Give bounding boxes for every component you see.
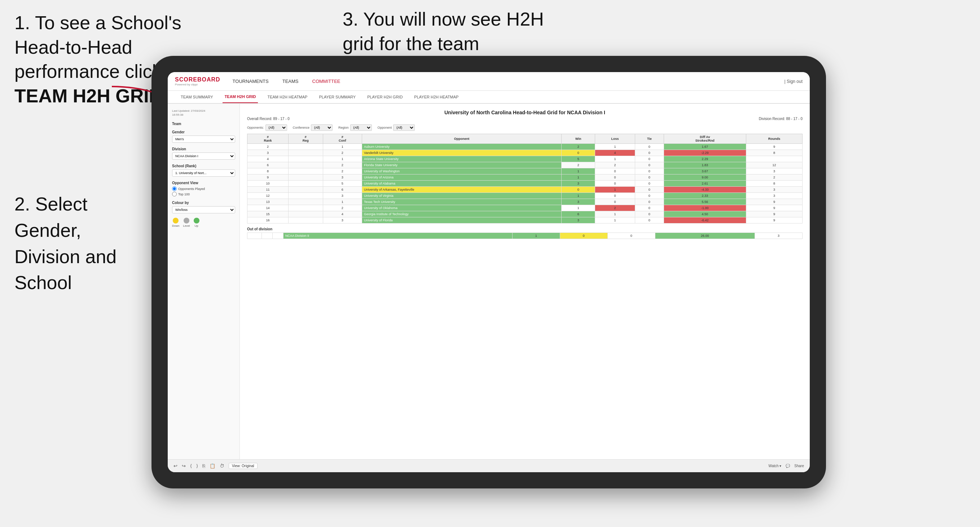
table-row: 142University of Oklahoma120-1.009 <box>247 205 803 211</box>
table-row: 116University of Arkansas, Fayetteville0… <box>247 187 803 193</box>
nav-tournaments[interactable]: TOURNAMENTS <box>231 79 270 84</box>
redo-btn[interactable]: ↪ <box>182 463 186 468</box>
colour-by-select[interactable]: Win/loss <box>172 206 235 213</box>
sign-out[interactable]: | Sign out <box>784 79 803 84</box>
subnav-team-h2h-heatmap[interactable]: TEAM H2H HEATMAP <box>265 91 309 103</box>
subnav-player-h2h-heatmap[interactable]: PLAYER H2H HEATMAP <box>412 91 461 103</box>
nav-items: TOURNAMENTS TEAMS COMMITTEE <box>231 79 342 84</box>
grid-title: University of North Carolina Head-to-Hea… <box>247 110 803 115</box>
opponent-select[interactable]: (All) <box>393 124 415 131</box>
table-row: 131Texas Tech University3005.569 <box>247 199 803 205</box>
colour-by-label: Colour by <box>172 201 235 205</box>
out-division-win: 1 <box>512 233 560 239</box>
nav-bar: SCOREBOARD Powered by clippi TOURNAMENTS… <box>168 72 810 91</box>
nav-committee[interactable]: COMMITTEE <box>311 79 342 84</box>
region-select[interactable]: (All) <box>350 124 372 131</box>
out-division-row: NCAA Division II 1 0 0 26.00 3 <box>247 233 803 239</box>
legend-up-dot <box>194 218 199 224</box>
subnav-player-summary[interactable]: PLAYER SUMMARY <box>317 91 358 103</box>
copy-btn[interactable]: ⎘ <box>202 463 205 468</box>
view-original[interactable]: View: Original <box>229 463 258 469</box>
out-division-rounds: 3 <box>754 233 802 239</box>
logo: SCOREBOARD Powered by clippi <box>175 76 220 86</box>
school-label: School (Rank) <box>172 164 235 168</box>
tablet-screen: SCOREBOARD Powered by clippi TOURNAMENTS… <box>168 72 810 472</box>
radio-top-100: Top 100 <box>172 192 235 197</box>
opponent-view-label: Opponent View <box>172 181 235 185</box>
forward-btn[interactable]: ⟩ <box>196 463 198 468</box>
h2h-table: #Rank #Reg #Conf Opponent Win Loss Tie D… <box>247 134 803 224</box>
back-btn[interactable]: ⟨ <box>190 463 192 468</box>
table-row: 163University of Florida310-6.429 <box>247 217 803 224</box>
team-label: Team <box>172 122 235 126</box>
school-section: School (Rank) 1. University of Nort... <box>172 164 235 177</box>
legend-level-dot <box>184 218 189 224</box>
conference-select[interactable]: (All) <box>311 124 332 131</box>
col-reg: #Reg <box>288 134 323 144</box>
table-row: 62Florida State University2201.8312 <box>247 162 803 168</box>
filter-region: Region (All) <box>338 124 372 131</box>
division-record: Division Record: 88 - 17 - 0 <box>759 117 803 121</box>
legend-down-label: Down <box>172 224 179 227</box>
col-rounds: Rounds <box>746 134 802 144</box>
gender-select[interactable]: Men's <box>172 135 235 143</box>
table-row: 93University of Arizona1009.002 <box>247 175 803 181</box>
team-section: Team <box>172 122 235 126</box>
out-division-tie: 0 <box>608 233 655 239</box>
instruction-2: 2. Select Gender, Division and School <box>14 191 151 296</box>
division-select[interactable]: NCAA Division I <box>172 152 235 160</box>
col-diff: Diff AvStrokes/Rnd <box>664 134 746 144</box>
table-row: 82University of Washington1003.673 <box>247 168 803 175</box>
table-row: 32Vanderbilt University040-2.298 <box>247 150 803 156</box>
filter-row: Opponents: (All) Conference (All) Region <box>247 124 803 131</box>
school-select[interactable]: 1. University of Nort... <box>172 170 235 177</box>
filter-opponents: Opponents: (All) <box>247 124 287 131</box>
bottom-toolbar: ↩ ↪ ⟨ ⟩ ⎘ 📋 ⏱ View: Original Watch ▾ 💬 S… <box>168 459 810 472</box>
col-conf: #Conf <box>323 134 362 144</box>
subnav-team-summary[interactable]: TEAM SUMMARY <box>178 91 215 103</box>
grid-records: Overall Record: 89 - 17 - 0 Division Rec… <box>247 117 803 121</box>
filter-opponent: Opponent (All) <box>378 124 415 131</box>
legend-up-label: Up <box>194 224 198 227</box>
opponent-view-section: Opponent View Opponents Played Top 100 <box>172 181 235 197</box>
paste-btn[interactable]: 📋 <box>210 463 215 468</box>
out-division-table: NCAA Division II 1 0 0 26.00 3 <box>247 232 803 239</box>
undo-btn[interactable]: ↩ <box>173 463 177 468</box>
col-rank: #Rank <box>247 134 288 144</box>
col-loss: Loss <box>595 134 635 144</box>
out-division-label: Out of division <box>247 227 803 231</box>
subnav-player-h2h-grid[interactable]: PLAYER H2H GRID <box>365 91 405 103</box>
opponents-select[interactable]: (All) <box>266 124 287 131</box>
table-row: 105University of Alabama3002.618 <box>247 181 803 187</box>
col-win: Win <box>562 134 595 144</box>
out-division-loss: 0 <box>560 233 608 239</box>
colour-by-section: Colour by Win/loss <box>172 201 235 213</box>
time-btn[interactable]: ⏱ <box>220 463 224 468</box>
overall-record: Overall Record: 89 - 17 - 0 <box>247 117 290 121</box>
table-row: 123University of Virginia1002.333 <box>247 193 803 199</box>
step2-text: 2. Select Gender, Division and School <box>14 194 116 293</box>
table-row: 154Georgia Institute of Technology6104.5… <box>247 211 803 217</box>
legend-down-dot <box>173 218 178 224</box>
left-panel: Last Updated: 27/03/2024 16:55:38 Team G… <box>168 104 240 459</box>
table-row: 21Auburn University2101.679 <box>247 144 803 150</box>
filter-conference: Conference (All) <box>293 124 333 131</box>
last-updated: Last Updated: 27/03/2024 16:55:38 <box>172 109 235 117</box>
sub-nav: TEAM SUMMARY TEAM H2H GRID TEAM H2H HEAT… <box>168 91 810 104</box>
colour-legend: Down Level Up <box>172 218 235 227</box>
out-division-name: NCAA Division II <box>283 233 512 239</box>
division-section: Division NCAA Division I <box>172 147 235 160</box>
watch-btn[interactable]: Watch ▾ <box>768 464 782 468</box>
nav-teams[interactable]: TEAMS <box>281 79 300 84</box>
comment-btn[interactable]: 💬 <box>786 464 790 468</box>
col-tie: Tie <box>635 134 664 144</box>
table-row: 41Arizona State University5102.29 <box>247 156 803 162</box>
division-label: Division <box>172 147 235 151</box>
out-division-diff: 26.00 <box>655 233 754 239</box>
subnav-team-h2h-grid[interactable]: TEAM H2H GRID <box>223 91 258 103</box>
radio-opponents-played: Opponents Played <box>172 186 235 191</box>
main-content: Last Updated: 27/03/2024 16:55:38 Team G… <box>168 104 810 459</box>
gender-section: Gender Men's <box>172 130 235 143</box>
share-btn[interactable]: Share <box>794 464 804 468</box>
col-opponent: Opponent <box>362 134 561 144</box>
